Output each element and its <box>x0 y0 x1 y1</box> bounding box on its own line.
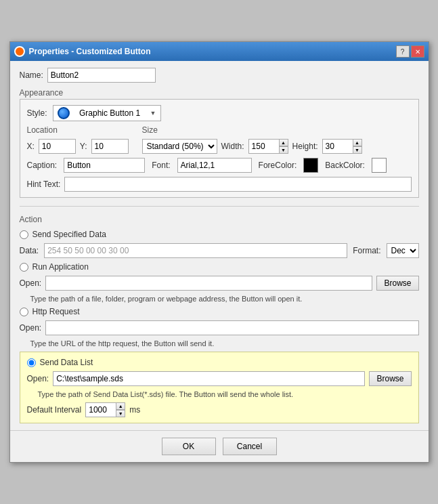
http-open-input[interactable] <box>45 320 418 335</box>
run-open-row: Open: Browse <box>20 276 419 291</box>
graphic-button-icon <box>58 107 70 119</box>
send-specified-data-label: Send Specified Data <box>32 230 106 239</box>
http-open-row: Open: <box>20 320 419 335</box>
appearance-section: Appearance Style: Graphic Button 1 ▼ Loc… <box>20 88 419 198</box>
interval-up-btn[interactable]: ▲ <box>116 402 125 410</box>
send-open-label: Open: <box>27 374 49 383</box>
run-open-label: Open: <box>20 278 42 288</box>
style-label: Style: <box>27 108 47 118</box>
size-select[interactable]: Standard (50%) Small (25%) Large (100%) <box>142 139 217 154</box>
width-spinner: ▲ ▼ <box>248 139 288 154</box>
default-interval-row: Default Interval ▲ ▼ ms <box>27 402 412 417</box>
hint-input[interactable] <box>64 177 411 192</box>
height-input[interactable] <box>322 139 353 154</box>
interval-spinner: ▲ ▼ <box>85 402 125 417</box>
interval-spinner-btns: ▲ ▼ <box>116 402 125 417</box>
send-specified-data-row: Send Specified Data <box>20 230 419 239</box>
name-label: Name: <box>20 70 43 80</box>
run-application-radio[interactable] <box>20 263 28 272</box>
interval-unit: ms <box>129 405 140 415</box>
send-open-row: Open: Browse <box>27 371 412 386</box>
font-label: Font: <box>152 161 170 170</box>
style-dropdown-arrow: ▼ <box>150 110 156 117</box>
width-spinner-btns: ▲ ▼ <box>279 139 288 154</box>
send-hint-text: Type the path of Send Data List(*.sds) f… <box>27 390 412 398</box>
name-row: Name: <box>20 68 419 83</box>
caption-font-row: Caption: Font: ForeColor: BackColor: <box>27 158 412 173</box>
caption-label: Caption: <box>27 161 58 170</box>
height-label: Height: <box>292 142 318 151</box>
title-bar: Properties - Customized Button ? ✕ <box>10 42 429 61</box>
send-specified-data-radio[interactable] <box>20 230 28 239</box>
send-data-list-section: Send Data List Open: Browse Type the pat… <box>20 352 419 423</box>
window-content: Name: Appearance Style: Graphic Button 1… <box>10 61 429 430</box>
action-section: Action Send Specified Data Data: Format:… <box>20 215 419 423</box>
location-group: Location X: Y: <box>27 125 129 154</box>
y-label: Y: <box>80 142 87 151</box>
ok-button[interactable]: OK <box>162 438 216 455</box>
width-label: Width: <box>221 142 244 151</box>
size-fields: Standard (50%) Small (25%) Large (100%) … <box>142 139 362 154</box>
forecolor-box[interactable] <box>303 158 318 173</box>
forecolor-label: ForeColor: <box>259 161 297 170</box>
run-application-row: Run Application <box>20 262 419 272</box>
height-down-btn[interactable]: ▼ <box>353 146 362 154</box>
name-input[interactable] <box>47 68 156 83</box>
height-spinner-btns: ▲ ▼ <box>353 139 362 154</box>
cancel-button[interactable]: Cancel <box>223 438 277 455</box>
caption-input[interactable] <box>64 158 145 173</box>
style-row: Style: Graphic Button 1 ▼ <box>27 105 412 121</box>
window-title: Properties - Customized Button <box>29 47 151 56</box>
send-data-list-radio[interactable] <box>27 358 36 367</box>
send-browse-button[interactable]: Browse <box>369 371 411 386</box>
x-label: X: <box>27 142 35 151</box>
data-input[interactable] <box>44 243 347 258</box>
x-input[interactable] <box>39 139 76 154</box>
location-fields: X: Y: <box>27 139 129 154</box>
main-window: Properties - Customized Button ? ✕ Name:… <box>9 41 429 463</box>
http-hint-text: Type the URL of the http request, the Bu… <box>20 339 419 348</box>
appearance-box: Style: Graphic Button 1 ▼ Location X: <box>20 99 419 198</box>
run-open-input[interactable] <box>45 276 372 291</box>
appearance-label: Appearance <box>20 88 419 98</box>
send-data-list-row: Send Data List <box>27 358 412 367</box>
location-size-row: Location X: Y: Size Standard (50%) <box>27 125 412 154</box>
style-dropdown[interactable]: Graphic Button 1 ▼ <box>53 105 161 121</box>
close-button[interactable]: ✕ <box>411 45 424 58</box>
format-label: Format: <box>353 246 380 255</box>
send-data-list-label: Send Data List <box>40 358 93 367</box>
interval-input[interactable] <box>85 402 116 417</box>
http-request-radio[interactable] <box>20 308 28 316</box>
height-up-btn[interactable]: ▲ <box>353 139 362 146</box>
action-label: Action <box>20 215 419 224</box>
style-value: Graphic Button 1 <box>79 108 140 118</box>
width-input[interactable] <box>248 139 279 154</box>
http-request-label: Http Request <box>32 307 80 316</box>
http-request-row: Http Request <box>20 307 419 316</box>
height-spinner: ▲ ▼ <box>322 139 362 154</box>
interval-down-btn[interactable]: ▼ <box>116 410 125 417</box>
footer: OK Cancel <box>10 430 429 462</box>
run-application-label: Run Application <box>32 262 89 272</box>
y-input[interactable] <box>91 139 129 154</box>
data-label: Data: <box>20 246 39 255</box>
title-bar-buttons: ? ✕ <box>396 45 424 58</box>
format-select[interactable]: Dec Hex Bin <box>387 243 419 258</box>
hint-row: Hint Text: <box>27 177 412 192</box>
run-hint-text: Type the path of a file, folder, program… <box>20 295 419 303</box>
font-input[interactable] <box>177 158 252 173</box>
app-icon <box>14 46 25 57</box>
divider-1 <box>20 206 419 207</box>
location-label: Location <box>27 125 129 135</box>
backcolor-label: BackColor: <box>325 161 365 170</box>
run-browse-button[interactable]: Browse <box>376 276 418 291</box>
data-format-row: Data: Format: Dec Hex Bin <box>20 243 419 258</box>
width-up-btn[interactable]: ▲ <box>279 139 288 146</box>
default-interval-label: Default Interval <box>27 405 82 415</box>
send-open-input[interactable] <box>53 371 365 386</box>
width-down-btn[interactable]: ▼ <box>279 146 288 154</box>
title-bar-left: Properties - Customized Button <box>14 46 151 57</box>
help-button[interactable]: ? <box>396 45 410 58</box>
size-label: Size <box>142 125 362 135</box>
backcolor-box[interactable] <box>372 158 387 173</box>
